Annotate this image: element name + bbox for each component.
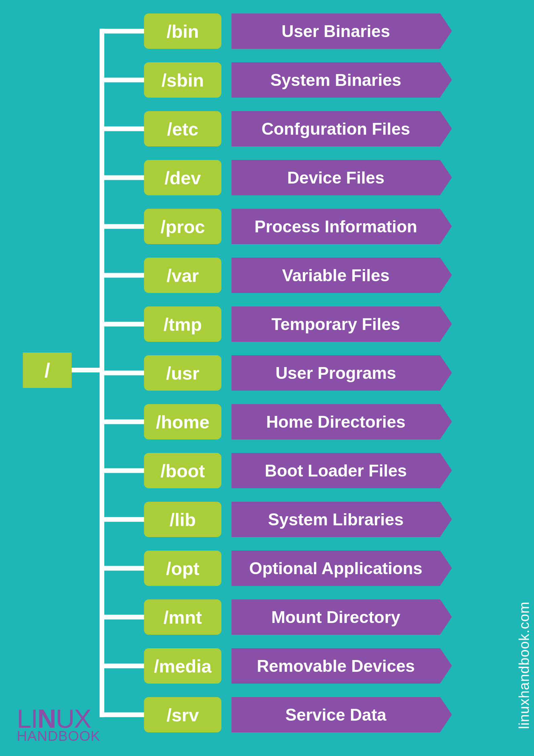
directory-description: Optional Applications bbox=[232, 551, 440, 586]
directory-path: /dev bbox=[144, 160, 221, 195]
logo-line1: LINUX bbox=[17, 708, 100, 730]
directory-path: /srv bbox=[144, 697, 221, 732]
directory-description: Mount Directory bbox=[232, 599, 440, 635]
root-label: / bbox=[44, 359, 50, 382]
directory-description: Removable Devices bbox=[232, 648, 440, 684]
directory-path: /lib bbox=[144, 502, 221, 537]
logo: LINUX HANDBOOK bbox=[17, 708, 100, 743]
directory-description: Device Files bbox=[232, 160, 440, 195]
directory-description: Temporary Files bbox=[232, 306, 440, 342]
directory-path: /boot bbox=[144, 453, 221, 488]
directory-path: /tmp bbox=[144, 306, 221, 342]
directory-description: Process Information bbox=[232, 209, 440, 244]
directory-row: /tmpTemporary Files bbox=[144, 306, 440, 342]
root-directory: / bbox=[23, 353, 72, 388]
directory-description: User Binaries bbox=[232, 13, 440, 49]
linux-fs-diagram: / /binUser Binaries/sbinSystem Binaries/… bbox=[0, 0, 534, 756]
directory-row: /mntMount Directory bbox=[144, 599, 440, 635]
directory-description: System Binaries bbox=[232, 62, 440, 98]
directory-row: /mediaRemovable Devices bbox=[144, 648, 440, 684]
directory-path: /proc bbox=[144, 209, 221, 244]
logo-line2: HANDBOOK bbox=[17, 730, 100, 743]
directory-row: /sbinSystem Binaries bbox=[144, 62, 440, 98]
directory-description: Boot Loader Files bbox=[232, 453, 440, 488]
source-url: linuxhandbook.com bbox=[516, 601, 532, 729]
directory-row: /homeHome Directories bbox=[144, 404, 440, 439]
directory-path: /var bbox=[144, 258, 221, 293]
directory-row: /devDevice Files bbox=[144, 160, 440, 195]
directory-path: /home bbox=[144, 404, 221, 439]
directory-path: /media bbox=[144, 648, 221, 684]
directory-row: /bootBoot Loader Files bbox=[144, 453, 440, 488]
directory-row: /optOptional Applications bbox=[144, 551, 440, 586]
directory-row: /procProcess Information bbox=[144, 209, 440, 244]
directory-row: /libSystem Libraries bbox=[144, 502, 440, 537]
directory-path: /sbin bbox=[144, 62, 221, 98]
directory-description: System Libraries bbox=[232, 502, 440, 537]
directory-path: /mnt bbox=[144, 599, 221, 635]
directory-description: User Programs bbox=[232, 355, 440, 391]
directory-row: /binUser Binaries bbox=[144, 13, 440, 49]
directory-row: /varVariable Files bbox=[144, 258, 440, 293]
directory-row: /srvService Data bbox=[144, 697, 440, 732]
directory-description: Service Data bbox=[232, 697, 440, 732]
directory-description: Confguration Files bbox=[232, 111, 440, 146]
directory-description: Home Directories bbox=[232, 404, 440, 439]
directory-row: /usrUser Programs bbox=[144, 355, 440, 391]
directory-path: /usr bbox=[144, 355, 221, 391]
directory-row: /etcConfguration Files bbox=[144, 111, 440, 146]
directory-path: /bin bbox=[144, 13, 221, 49]
directory-path: /opt bbox=[144, 551, 221, 586]
directory-path: /etc bbox=[144, 111, 221, 146]
directory-description: Variable Files bbox=[232, 258, 440, 293]
